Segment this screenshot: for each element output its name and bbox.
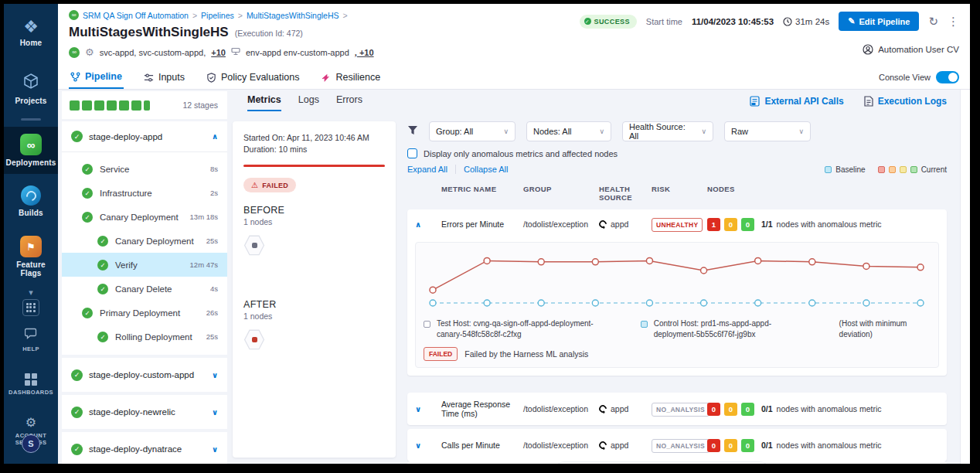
avatar[interactable]: S [22,434,40,453]
nodes-ratio: 1/1 [761,219,773,229]
expand-row-icon[interactable]: ∨ [415,405,434,413]
console-view-label: Console View [879,73,931,82]
stage-step-verify[interactable]: ✓ Verify 12m 47s [62,253,227,277]
scrollbar-track[interactable] [960,90,970,464]
tab-errors[interactable]: Errors [336,94,362,111]
stage-step-rolling-deployment[interactable]: ✓ Rolling Deployment 25s [62,325,227,349]
test-host-checkbox[interactable] [424,321,430,328]
stage-group-header[interactable]: ✓ stage-deploy-newrelic ∨ [62,395,227,429]
console-view-toggle[interactable] [936,71,959,83]
expand-all-link[interactable]: Expand All [407,165,447,174]
elapsed-time: 31m 24s [783,17,829,26]
breadcrumb-project[interactable]: SRM QA Sign Off Automation [83,11,189,20]
metrics-table-header: METRIC NAME GROUP HEALTH SOURCE RISK NOD… [407,185,947,209]
node-count-red: 0 [707,403,720,416]
tab-inputs[interactable]: Inputs [142,66,186,89]
cd-module-icon: ∞ [69,47,80,58]
collapse-row-icon[interactable]: ∧ [415,220,434,229]
step-label: Infrastructure [100,189,203,198]
refresh-icon[interactable]: ↻ [928,15,938,29]
sidebar-item-help[interactable]: HELP [4,321,58,360]
sidebar-divider [21,118,41,121]
metric-chart[interactable] [424,247,930,314]
stage-step-service[interactable]: ✓ Service 8s [62,157,227,181]
stage-step-canary-deployment-child[interactable]: ✓ Canary Deployment 25s [62,229,227,253]
after-node-hexagon[interactable] [243,328,265,350]
sidebar-item-home[interactable]: ❖ Home [4,12,58,54]
step-duration: 25s [206,236,218,245]
risk-badge: NO_ANALYSIS [652,439,709,453]
sidebar-item-projects[interactable]: Projects [4,65,58,112]
module-grid-icon[interactable] [22,299,39,316]
stage-group-appd: ✓ stage-deploy-appd ∧ ✓ Service 8s ✓ Inf… [62,121,227,355]
execution-id: (Execution Id: 472) [235,29,303,38]
environments-more-link[interactable]: , +10 [355,48,374,57]
tab-metrics[interactable]: Metrics [247,94,281,111]
col-risk: RISK [652,185,699,202]
sidebar-item-label: HELP [22,345,39,353]
tab-pipeline[interactable]: Pipeline [69,66,124,89]
anomalous-only-checkbox[interactable] [407,148,417,158]
stage-step-primary-deployment[interactable]: ✓ Primary Deployment 26s [62,301,227,325]
expand-row-icon[interactable]: ∨ [415,441,434,450]
breadcrumb-pipelines[interactable]: Pipelines [201,11,234,20]
health-source-filter-select[interactable]: Health Source: All∨ [622,121,713,141]
breadcrumb-pipeline-name[interactable]: MultiStagesWithSingleHS [247,11,339,20]
sidebar-item-builds[interactable]: Builds [4,179,58,224]
chevron-down-icon: ∨ [212,408,218,417]
nodes-suffix: nodes with anomalous metric [777,441,882,450]
metric-group: /todolist/exception [523,404,591,413]
filter-funnel-icon[interactable] [407,124,418,138]
collapse-all-link[interactable]: Collapse All [464,165,508,174]
tab-policy-evaluations[interactable]: Policy Evaluations [205,66,301,89]
stage-group-header[interactable]: ✓ stage-deploy-appd ∧ [62,121,227,152]
ml-failed-badge: FAILED [424,347,458,361]
health-source: appd [611,404,628,413]
metrics-panel: Group: All∨ Nodes: All∨ Health Source: A… [407,121,947,458]
step-duration: 8s [210,165,218,173]
chevron-down-icon: ∨ [212,371,218,379]
sidebar-item-feature-flags[interactable]: ⚑ Feature Flags [4,229,58,284]
step-label: Canary Deployment [100,213,183,222]
stages-count: 12 stages [182,100,218,110]
resilience-icon [321,73,331,83]
inputs-icon [144,73,154,83]
stage-group-header[interactable]: ✓ stage-deploy-dynatrace ∨ [62,432,227,464]
user-chip[interactable]: Automation User CV [863,44,959,55]
success-check-icon: ✓ [584,18,591,25]
success-check-icon: ✓ [97,236,108,247]
group-filter-select[interactable]: Group: All∨ [429,121,516,141]
tab-resilience[interactable]: Resilience [319,66,382,89]
node-count-yellow: 0 [724,218,737,231]
pager: ← Prev 1 2 3 4 5 Next → [552,461,773,464]
success-check-icon: ✓ [82,188,93,199]
step-duration: 12m 47s [190,260,218,269]
srm-module-icon: ∞ [69,10,79,20]
environments-list: env-appd env-custom-appd [246,48,349,57]
chevron-down-icon[interactable]: ▾ [29,288,33,298]
sidebar-item-label: Feature Flags [5,260,56,277]
raw-mode-select[interactable]: Raw∨ [724,121,811,141]
sidebar-item-deployments[interactable]: ∞ Deployments [4,127,58,174]
sidebar-item-dashboards[interactable]: DASHBOARDS [4,366,58,403]
control-host-checkbox[interactable] [641,321,648,328]
success-check-icon: ✓ [71,131,83,142]
success-check-icon: ✓ [97,284,108,294]
edit-pipeline-button[interactable]: ✎Edit Pipeline [839,12,919,31]
execution-logs-link[interactable]: Execution Logs [864,96,947,107]
kebab-menu-icon[interactable]: ⋮ [948,15,959,29]
stage-group-header[interactable]: ✓ stage-deploy-custom-appd ∨ [62,358,227,392]
tab-logs[interactable]: Logs [298,94,319,111]
control-host-label: Control Host: prd1-ms-appd-appd-deployme… [654,318,805,340]
stage-step-canary-deployment[interactable]: ✓ Canary Deployment 13m 18s [62,205,227,229]
before-node-hexagon[interactable] [243,234,265,256]
stage-step-infrastructure[interactable]: ✓ Infrastructure 2s [62,181,227,205]
nodes-filter-select[interactable]: Nodes: All∨ [526,121,611,141]
external-api-calls-link[interactable]: External API Calls [750,96,843,107]
metric-group: /todolist/exception [523,219,591,229]
stage-group-newrelic: ✓ stage-deploy-newrelic ∨ [62,395,227,429]
services-more-link[interactable]: +10 [211,48,226,57]
chevron-down-icon: ∨ [212,445,218,454]
step-duration: 13m 18s [190,213,218,221]
stage-step-canary-delete[interactable]: ✓ Canary Delete 4s [62,277,227,301]
